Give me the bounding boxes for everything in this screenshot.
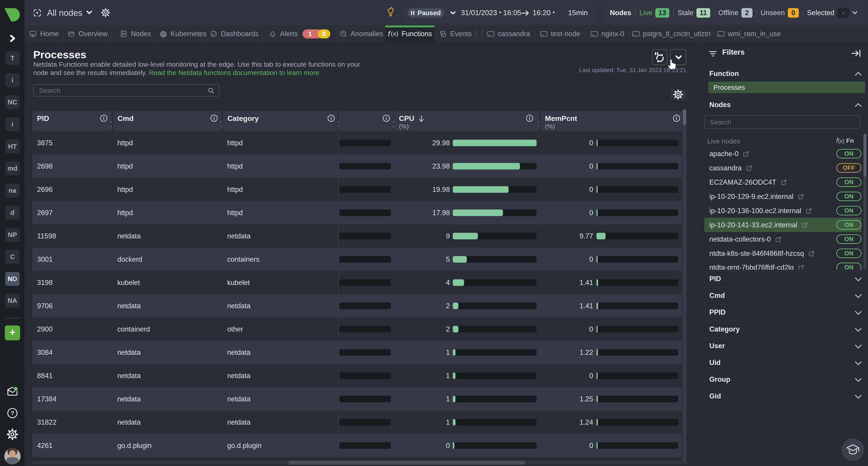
svg-text:?: ? xyxy=(11,410,14,416)
